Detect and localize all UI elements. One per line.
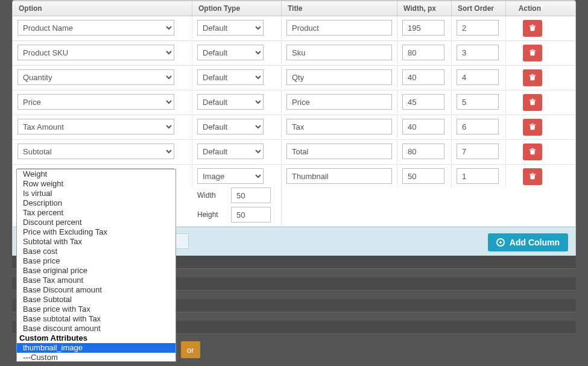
- sort-order-input[interactable]: [457, 20, 499, 36]
- trash-icon: [528, 24, 537, 34]
- editor-button-truncated[interactable]: or: [181, 341, 200, 358]
- delete-row-button[interactable]: [523, 20, 542, 37]
- option-select[interactable]: Price: [17, 94, 174, 110]
- header-width: Width, px: [397, 1, 452, 16]
- sort-order-input[interactable]: [457, 94, 499, 110]
- header-title: Title: [282, 1, 397, 16]
- listbox-option[interactable]: Subtotal with Tax: [17, 237, 175, 247]
- option-select[interactable]: Subtotal: [17, 144, 174, 159]
- title-input[interactable]: [286, 144, 392, 159]
- width-input[interactable]: [402, 69, 444, 85]
- trash-icon: [528, 98, 537, 108]
- option-select[interactable]: Quantity: [17, 69, 174, 85]
- table-row: Tax AmountDefault: [13, 115, 575, 140]
- delete-row-button[interactable]: [523, 45, 542, 62]
- image-width-input[interactable]: [231, 188, 271, 203]
- plus-icon: [496, 238, 505, 247]
- listbox-option[interactable]: Base price: [17, 256, 175, 266]
- table-row: SubtotalDefault: [13, 140, 575, 165]
- table-row: PriceDefault: [13, 90, 575, 115]
- delete-row-button[interactable]: [523, 69, 542, 86]
- option-select[interactable]: Product SKU: [17, 45, 174, 60]
- listbox-option[interactable]: Weight: [17, 169, 175, 179]
- listbox-option[interactable]: Description: [17, 198, 175, 208]
- grid-header-row: Option Option Type Title Width, px Sort …: [13, 1, 575, 16]
- add-column-button[interactable]: Add Column: [488, 233, 568, 251]
- width-input[interactable]: [402, 119, 444, 134]
- listbox-option[interactable]: Is virtual: [17, 189, 175, 198]
- image-width-label: Width: [197, 191, 226, 200]
- header-option-type: Option Type: [192, 1, 282, 16]
- listbox-option[interactable]: Base Discount amount: [17, 285, 175, 295]
- option-type-select[interactable]: Default: [197, 69, 264, 85]
- title-input[interactable]: [286, 20, 392, 36]
- option-select[interactable]: Tax Amount: [17, 119, 174, 134]
- trash-icon: [528, 147, 537, 157]
- listbox-option[interactable]: Base cost: [17, 247, 175, 256]
- width-input[interactable]: [402, 144, 444, 159]
- option-select-listbox[interactable]: WeightRow weightIs virtualDescriptionTax…: [16, 169, 176, 362]
- listbox-option[interactable]: Base discount amount: [17, 324, 175, 333]
- option-select[interactable]: Product Name: [17, 20, 174, 36]
- delete-row-button[interactable]: [523, 144, 542, 160]
- header-option: Option: [13, 1, 192, 16]
- option-type-select[interactable]: Image: [197, 168, 264, 184]
- option-type-select[interactable]: Default: [197, 45, 264, 60]
- trash-icon: [528, 122, 537, 133]
- option-type-select[interactable]: Default: [197, 144, 264, 159]
- option-type-select[interactable]: Default: [197, 94, 264, 110]
- listbox-option[interactable]: Base original price: [17, 266, 175, 276]
- option-type-select[interactable]: Default: [197, 20, 264, 36]
- listbox-option[interactable]: Tax percent: [17, 208, 175, 218]
- trash-icon: [528, 48, 537, 58]
- listbox-option[interactable]: Base Tax amount: [17, 276, 175, 285]
- title-input[interactable]: [286, 119, 392, 134]
- header-action: Action: [506, 1, 547, 16]
- image-height-input[interactable]: [231, 207, 271, 222]
- sort-order-input[interactable]: [457, 69, 499, 85]
- add-column-label: Add Column: [510, 238, 560, 247]
- title-input[interactable]: [286, 45, 392, 60]
- listbox-option[interactable]: Row weight: [17, 179, 175, 189]
- table-row: QuantityDefault: [13, 66, 575, 90]
- delete-row-button[interactable]: [523, 168, 542, 185]
- listbox-option[interactable]: Base Subtotal: [17, 295, 175, 304]
- trash-icon: [528, 172, 537, 182]
- sort-order-input[interactable]: [457, 144, 499, 159]
- width-input[interactable]: [402, 168, 444, 184]
- header-sort: Sort Order: [452, 1, 506, 16]
- listbox-option[interactable]: Price with Excluding Tax: [17, 227, 175, 237]
- listbox-option[interactable]: Base price with Tax: [17, 304, 175, 314]
- image-height-label: Height: [197, 210, 226, 219]
- editor-button-fragment: or: [181, 341, 200, 358]
- width-input[interactable]: [402, 94, 444, 110]
- sort-order-input[interactable]: [457, 119, 499, 134]
- trash-icon: [528, 73, 537, 83]
- delete-row-button[interactable]: [523, 94, 542, 111]
- sort-order-input[interactable]: [457, 168, 499, 184]
- title-input[interactable]: [286, 94, 392, 110]
- table-row: Product SKUDefault: [13, 41, 575, 66]
- listbox-option[interactable]: Discount percent: [17, 218, 175, 227]
- sort-order-input[interactable]: [457, 45, 499, 60]
- listbox-option[interactable]: ---Custom: [17, 353, 175, 362]
- listbox-option[interactable]: thumbnail_image: [17, 343, 175, 353]
- title-input[interactable]: [286, 168, 392, 184]
- listbox-option[interactable]: Base subtotal with Tax: [17, 314, 175, 324]
- title-input[interactable]: [286, 69, 392, 85]
- option-type-select[interactable]: Default: [197, 119, 264, 134]
- table-row: Product NameDefault: [13, 16, 575, 41]
- delete-row-button[interactable]: [523, 119, 542, 136]
- listbox-optgroup: Custom Attributes: [17, 333, 175, 343]
- width-input[interactable]: [402, 45, 444, 60]
- width-input[interactable]: [402, 20, 444, 36]
